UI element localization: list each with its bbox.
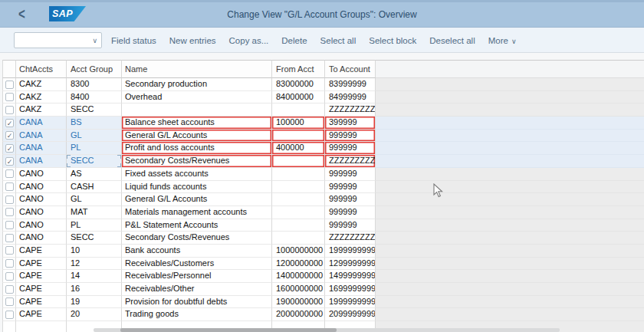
cell-chtaccts[interactable]: CANA — [16, 155, 67, 168]
column-header-to[interactable]: To Account — [325, 60, 376, 78]
cell-from-acct[interactable]: 1200000000 — [272, 258, 325, 271]
cell-name[interactable]: Liquid funds accounts — [122, 181, 272, 194]
cell-acct-group[interactable]: 8300 — [67, 78, 122, 91]
cell-to-account[interactable]: 83999999 — [325, 78, 376, 91]
row-checkbox[interactable] — [5, 234, 14, 242]
cell-chtaccts[interactable]: CANO — [16, 193, 67, 206]
cell-chtaccts[interactable]: CAPE — [16, 283, 67, 296]
row-checkbox-checked[interactable]: ✓ — [5, 131, 14, 140]
cell-acct-group[interactable]: 14 — [67, 270, 122, 283]
cell-to-account[interactable]: 1699999999 — [325, 283, 376, 296]
cell-name[interactable]: Receivables/Other — [122, 283, 272, 296]
column-header-from[interactable]: From Acct — [272, 60, 325, 78]
cell-chtaccts[interactable]: CAPE — [16, 245, 67, 258]
command-combobox[interactable]: ∨ — [14, 32, 102, 48]
cell-from-acct[interactable]: 83000000 — [272, 78, 325, 91]
chevron-down-icon[interactable]: ∨ — [92, 34, 97, 48]
cell-to-account[interactable]: 84999999 — [325, 91, 376, 104]
cell-chtaccts[interactable]: CANA — [16, 117, 67, 130]
cell-acct-group[interactable]: CASH — [67, 181, 122, 194]
cell-to-account[interactable]: ZZZZZZZZZZ — [325, 155, 376, 168]
cell-chtaccts[interactable]: CANO — [16, 181, 67, 194]
cell-name[interactable]: Bank accounts — [122, 245, 272, 258]
row-checkbox[interactable] — [5, 106, 14, 114]
cell-acct-group[interactable]: SECC — [67, 155, 122, 168]
cell-chtaccts[interactable]: CAPE — [16, 296, 67, 309]
cell-chtaccts[interactable]: CAKZ — [16, 78, 67, 91]
cell-from-acct[interactable]: 400000 — [272, 142, 325, 155]
row-checkbox[interactable] — [5, 297, 14, 306]
cell-acct-group[interactable]: BS — [67, 117, 122, 130]
cell-to-account[interactable]: 999999 — [325, 206, 376, 219]
toolbar-button-field-status[interactable]: Field status — [111, 36, 156, 45]
cell-name[interactable]: Materials management accounts — [122, 206, 272, 219]
row-checkbox-checked[interactable]: ✓ — [5, 144, 14, 153]
cell-from-acct[interactable] — [272, 206, 325, 219]
cell-to-account[interactable]: 1299999999 — [325, 258, 376, 271]
cell-to-account[interactable]: 999999 — [325, 142, 376, 155]
cell-chtaccts[interactable]: CANA — [16, 130, 67, 143]
cell-acct-group[interactable]: GL — [67, 130, 122, 143]
cell-acct-group[interactable]: 12 — [67, 258, 122, 271]
cell-to-account[interactable]: 999999 — [325, 219, 376, 232]
cell-from-acct[interactable]: 84000000 — [272, 91, 325, 104]
cell-from-acct[interactable] — [272, 181, 325, 194]
cell-acct-group[interactable]: 8400 — [67, 91, 122, 104]
cell-name[interactable]: Overhead — [122, 91, 272, 104]
toolbar-button-copy-as[interactable]: Copy as... — [229, 36, 269, 45]
cell-from-acct[interactable] — [272, 219, 325, 232]
cell-from-acct[interactable] — [272, 232, 325, 245]
cell-to-account[interactable]: ZZZZZZZZZZ — [325, 104, 376, 117]
cell-to-account[interactable]: ZZZZZZZZZZ — [325, 232, 376, 245]
toolbar-button-select-block[interactable]: Select block — [369, 36, 416, 45]
cell-name[interactable]: Provision for doubtful debts — [122, 296, 272, 309]
row-checkbox[interactable] — [5, 311, 14, 319]
scrollbar-thumb[interactable] — [120, 328, 337, 332]
cell-name[interactable]: P&L Statement Accounts — [122, 219, 272, 232]
cell-chtaccts[interactable]: CANO — [16, 206, 67, 219]
row-checkbox-checked[interactable]: ✓ — [5, 119, 14, 127]
cell-name[interactable]: Secondary production — [122, 78, 272, 91]
cell-from-acct[interactable]: 2000000000 — [272, 308, 325, 321]
cell-acct-group[interactable]: GL — [67, 193, 122, 206]
row-checkbox[interactable] — [5, 246, 14, 255]
cell-chtaccts[interactable]: CANA — [16, 142, 67, 155]
row-checkbox-checked[interactable]: ✓ — [5, 157, 14, 166]
cell-acct-group[interactable]: SECC — [67, 232, 122, 245]
cell-acct-group[interactable]: PL — [67, 142, 122, 155]
row-checkbox[interactable] — [5, 93, 14, 101]
cell-name[interactable]: Secondary Costs/Revenues — [122, 232, 272, 245]
cell-name[interactable]: Profit and loss accounts — [122, 142, 272, 155]
cell-to-account[interactable]: 1499999999 — [325, 270, 376, 283]
cell-from-acct[interactable]: 100000 — [272, 117, 325, 130]
cell-chtaccts[interactable]: CAPE — [16, 308, 67, 321]
cell-name[interactable]: General G/L Accounts — [122, 130, 272, 143]
row-checkbox[interactable] — [5, 208, 14, 216]
row-checkbox[interactable] — [5, 221, 14, 229]
column-header-chtaccts[interactable]: ChtAccts — [16, 60, 67, 78]
cell-name[interactable]: General G/L Accounts — [122, 193, 272, 206]
row-checkbox[interactable] — [5, 272, 14, 281]
cell-chtaccts[interactable]: CANO — [16, 219, 67, 232]
cell-name[interactable]: Secondary Costs/Revenues — [122, 155, 272, 168]
row-checkbox[interactable] — [5, 169, 14, 178]
cell-from-acct[interactable]: 1600000000 — [272, 283, 325, 296]
cell-chtaccts[interactable]: CAPE — [16, 258, 67, 271]
cell-to-account[interactable]: 399999 — [325, 117, 376, 130]
cell-to-account[interactable]: 999999 — [325, 193, 376, 206]
cell-name[interactable]: Balance sheet accounts — [122, 117, 272, 130]
cell-acct-group[interactable]: MAT — [67, 206, 122, 219]
cell-to-account[interactable]: 1999999999 — [325, 296, 376, 309]
row-checkbox[interactable] — [5, 182, 14, 191]
cell-acct-group[interactable]: 10 — [67, 245, 122, 258]
cell-acct-group[interactable]: 16 — [67, 283, 122, 296]
cell-name[interactable] — [122, 104, 272, 117]
cell-chtaccts[interactable]: CANO — [16, 168, 67, 181]
cell-acct-group[interactable]: 20 — [67, 308, 122, 321]
cell-acct-group[interactable]: AS — [67, 168, 122, 181]
cell-acct-group[interactable]: PL — [67, 219, 122, 232]
cell-to-account[interactable]: 999999 — [325, 181, 376, 194]
row-checkbox[interactable] — [5, 259, 14, 268]
cell-to-account[interactable]: 2099999999 — [325, 308, 376, 321]
cell-chtaccts[interactable]: CAPE — [16, 270, 67, 283]
